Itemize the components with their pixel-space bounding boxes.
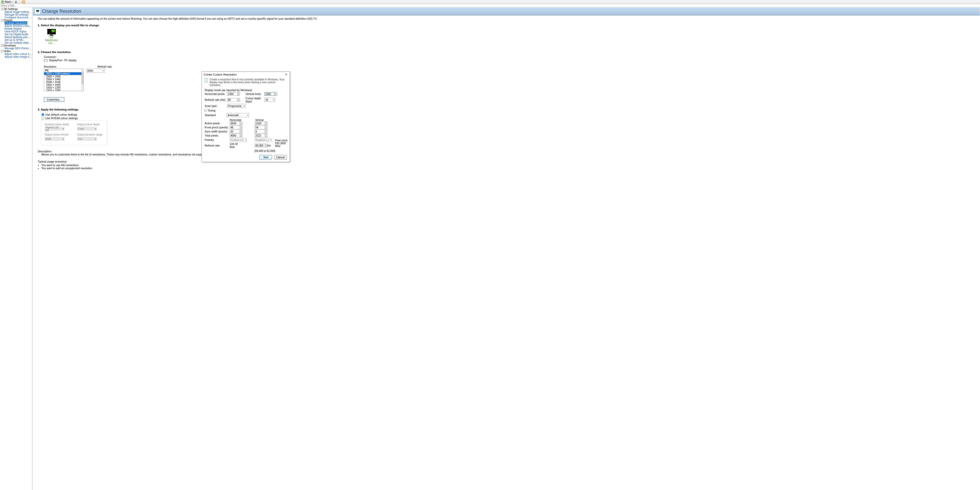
- st-label: Scan type:: [205, 104, 227, 107]
- tp-label: Total pixels:: [205, 134, 230, 137]
- resolution-option[interactable]: 1920 × 1440: [44, 83, 83, 86]
- timing-rr-label: Refresh rate:: [205, 144, 230, 147]
- active-v-input[interactable]: [255, 121, 265, 125]
- fp-h-input[interactable]: [230, 126, 240, 129]
- back-button[interactable]: ◀ Back ▾: [0, 0, 13, 4]
- tree-category[interactable]: −Developer: [0, 44, 32, 47]
- resolution-option[interactable]: 2048 × 1536: [44, 81, 83, 83]
- connector-value: DisplayPort - PC display: [49, 59, 76, 62]
- step2-heading: 2. Choose the resolution.: [38, 51, 158, 54]
- dialog-info: Create a resolution that is not currentl…: [210, 78, 287, 86]
- collapse-icon[interactable]: −: [1, 45, 3, 47]
- back-label: Back: [5, 0, 11, 3]
- nvidia-colour-box: Desktop colour depth: Output colour dept…: [41, 120, 107, 145]
- polarity-v-select: Negative (-)▾: [255, 138, 272, 142]
- home-icon: [22, 0, 25, 3]
- tree-leaf[interactable]: Adjust desktop size and position: [0, 36, 32, 38]
- display-mode-heading: Display mode (as reported by Windows): [202, 88, 290, 92]
- radio-default-input[interactable]: [41, 113, 45, 116]
- tree-leaf[interactable]: Rotate display: [0, 27, 32, 30]
- display-tile[interactable]: LG Electronics LG ...: [44, 29, 59, 45]
- resolution-option[interactable]: 1920 × 1200: [44, 86, 83, 89]
- resolution-option[interactable]: 2560 × 1440: [44, 78, 83, 81]
- resolution-label: Resolution:: [44, 65, 57, 68]
- collapse-icon[interactable]: −: [1, 19, 3, 21]
- refresh-rate-dropdown[interactable]: 60Hz ▾: [86, 68, 105, 73]
- collapse-icon[interactable]: −: [1, 8, 3, 10]
- radio-nvidia-input[interactable]: [41, 117, 45, 120]
- colour-depth-dropdown[interactable]: 32▾: [264, 98, 275, 102]
- col-vertical: Vertical: [255, 119, 270, 121]
- standard-label: Standard:: [205, 114, 224, 117]
- collapse-icon[interactable]: −: [1, 50, 3, 52]
- resolution-option[interactable]: 2560 × 1600: [44, 75, 83, 78]
- dialog-title: Create Custom Resolution: [204, 73, 237, 76]
- scrollbar[interactable]: [81, 69, 83, 91]
- active-h-input[interactable]: [230, 121, 240, 125]
- tree-category[interactable]: −3D Settings: [0, 8, 32, 11]
- refresh-rate-input[interactable]: [227, 98, 237, 102]
- tree-leaf[interactable]: Manage 3D settings: [0, 13, 32, 16]
- tree-leaf[interactable]: Adjust desktop colour settings: [0, 24, 32, 27]
- tree-category[interactable]: −Video: [0, 50, 32, 52]
- back-arrow-icon: ◀: [1, 0, 4, 3]
- dcd-label: Desktop colour depth:: [45, 123, 71, 126]
- scenario-item: You want to use HD resolutions: [41, 164, 975, 167]
- step3-heading: 3. Apply the following settings.: [38, 108, 158, 111]
- tree-leaf[interactable]: Set Up Digital Audio: [0, 33, 32, 36]
- vertical-lines-input[interactable]: [264, 92, 275, 96]
- radio-default-colour[interactable]: Use default colour settings: [41, 113, 158, 116]
- refresh-value: 60Hz: [87, 69, 93, 72]
- customise-button[interactable]: Customise...: [44, 97, 64, 102]
- rr-h-value: 133.32 KHz: [230, 142, 242, 148]
- tree-leaf[interactable]: Change resolution: [5, 21, 27, 24]
- sw-h-input[interactable]: [230, 130, 240, 133]
- task-selector[interactable]: Select a Task...: [0, 4, 980, 7]
- tp-h-input[interactable]: [230, 134, 240, 137]
- polarity-h-select: Positive (+)▾: [230, 138, 247, 142]
- fp-v-input[interactable]: [255, 126, 265, 129]
- forward-arrow-icon: ▶: [14, 0, 18, 3]
- close-button[interactable]: ✕: [284, 73, 288, 76]
- spinner[interactable]: ▴▾: [237, 92, 240, 96]
- pixelclock-value: 533.2800 MHz: [275, 142, 286, 148]
- resolution-option[interactable]: 1920 × 1080: [44, 89, 83, 91]
- tree-leaf[interactable]: Adjust video image settings: [0, 56, 32, 58]
- cancel-button[interactable]: Cancel: [274, 155, 287, 159]
- rr-label: Refresh rate (Hz):: [205, 98, 227, 101]
- monitor-icon: [205, 78, 207, 82]
- create-custom-resolution-dialog: Create Custom Resolution ✕ Create a reso…: [202, 72, 290, 162]
- tree-leaf[interactable]: Adjust video colour settings: [0, 52, 32, 56]
- spinner[interactable]: ▴▾: [237, 98, 240, 102]
- tp-v-input[interactable]: [255, 134, 265, 137]
- refresh-label: Refresh rate:: [97, 65, 112, 68]
- sw-v-input[interactable]: [255, 130, 265, 133]
- radio-nvidia-colour[interactable]: Use NVIDIA colour settings: [41, 117, 158, 120]
- tree-leaf[interactable]: Adjust image settings with preview: [0, 11, 32, 13]
- timing-heading: Timing: [207, 109, 215, 112]
- forward-button[interactable]: ▶: [14, 0, 18, 4]
- content-area: 🖥️ Change Resolution You can adjust the …: [33, 7, 980, 490]
- odr-label: Output dynamic range:: [77, 133, 103, 136]
- home-button[interactable]: [21, 0, 26, 4]
- standard-dropdown[interactable]: Automatic▾: [227, 113, 249, 117]
- scan-type-dropdown[interactable]: Progressive▾: [227, 104, 245, 108]
- description-block: Description: Allows you to customise ite…: [38, 150, 975, 170]
- page-header: 🖥️ Change Resolution: [33, 7, 980, 16]
- tree-leaf[interactable]: View HDCP status: [0, 30, 32, 33]
- hp-label: Horizontal pixels:: [205, 92, 227, 95]
- vl-label: Vertical lines:: [245, 92, 264, 95]
- back-dropdown-icon[interactable]: ▾: [11, 1, 13, 3]
- test-button[interactable]: Test: [259, 155, 272, 159]
- tree-leaf[interactable]: Set up G-SYNC: [0, 38, 32, 41]
- timing-toggle[interactable]: −: [204, 110, 207, 112]
- page-header-icon: 🖥️: [35, 9, 40, 14]
- resolution-list[interactable]: PC 3840 × 2160 (native)2560 × 16002560 ×…: [44, 68, 84, 91]
- spinner[interactable]: ▴▾: [275, 92, 277, 96]
- resolution-option[interactable]: 3840 × 2160 (native): [44, 72, 83, 75]
- horizontal-pixels-input[interactable]: [227, 92, 237, 96]
- rr-v-input[interactable]: [255, 144, 265, 147]
- ocd-select: 8 bpc▾: [77, 127, 97, 130]
- pixelclock-label: Pixel clock:: [275, 139, 288, 142]
- ap-label: Active pixels:: [205, 122, 230, 125]
